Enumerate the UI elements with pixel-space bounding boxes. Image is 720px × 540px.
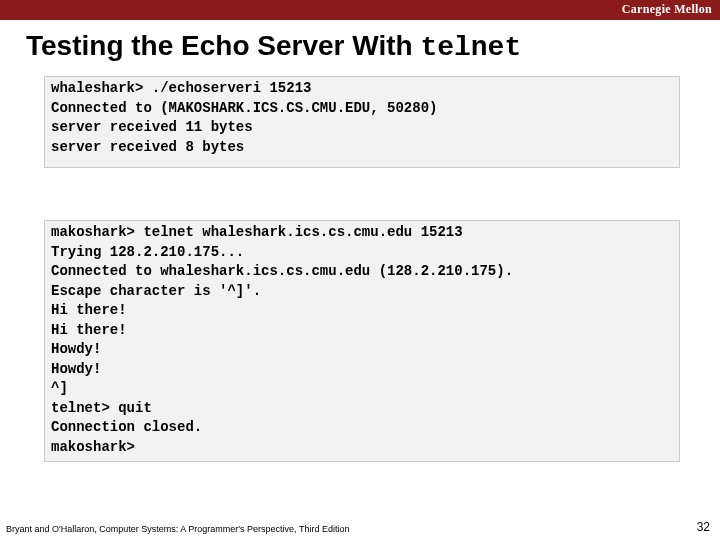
code-line: makoshark>: [51, 438, 673, 458]
code-line: Escape character is '^]'.: [51, 282, 673, 302]
code-line: telnet> quit: [51, 399, 673, 419]
code-line: Connection closed.: [51, 418, 673, 438]
code-line: Howdy!: [51, 340, 673, 360]
code-line: server received 8 bytes: [51, 138, 673, 158]
client-output-box: makoshark> telnet whaleshark.ics.cs.cmu.…: [44, 220, 680, 462]
server-output-box: whaleshark> ./echoserveri 15213 Connecte…: [44, 76, 680, 168]
code-line: Connected to whaleshark.ics.cs.cmu.edu (…: [51, 262, 673, 282]
code-line: Connected to (MAKOSHARK.ICS.CS.CMU.EDU, …: [51, 99, 673, 119]
code-line: whaleshark> ./echoserveri 15213: [51, 79, 673, 99]
header-band: Carnegie Mellon: [0, 0, 720, 20]
code-line: Hi there!: [51, 301, 673, 321]
title-mono-text: telnet: [420, 32, 521, 63]
code-line: server received 11 bytes: [51, 118, 673, 138]
code-line: Hi there!: [51, 321, 673, 341]
slide-title: Testing the Echo Server With telnet: [26, 30, 521, 63]
code-line: makoshark> telnet whaleshark.ics.cs.cmu.…: [51, 223, 673, 243]
code-line: Trying 128.2.210.175...: [51, 243, 673, 263]
code-line: Howdy!: [51, 360, 673, 380]
code-line: ^]: [51, 379, 673, 399]
title-text: Testing the Echo Server With: [26, 30, 420, 61]
brand-wordmark: Carnegie Mellon: [622, 2, 712, 17]
slide: Carnegie Mellon Testing the Echo Server …: [0, 0, 720, 540]
footer-citation: Bryant and O'Hallaron, Computer Systems:…: [6, 524, 349, 534]
page-number: 32: [697, 520, 710, 534]
